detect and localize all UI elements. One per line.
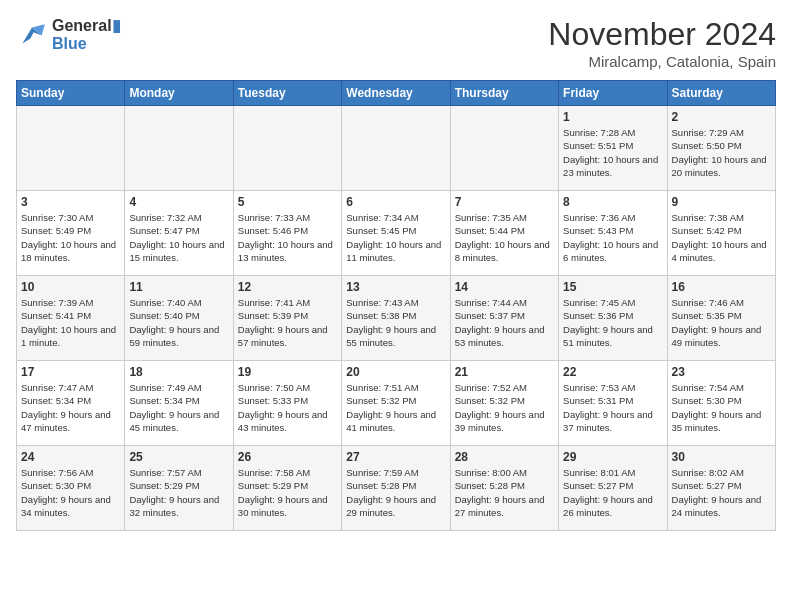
day-info: Sunrise: 7:54 AM Sunset: 5:30 PM Dayligh… bbox=[672, 381, 771, 434]
calendar-cell: 1Sunrise: 7:28 AM Sunset: 5:51 PM Daylig… bbox=[559, 106, 667, 191]
calendar-cell: 11Sunrise: 7:40 AM Sunset: 5:40 PM Dayli… bbox=[125, 276, 233, 361]
day-info: Sunrise: 7:53 AM Sunset: 5:31 PM Dayligh… bbox=[563, 381, 662, 434]
day-info: Sunrise: 7:39 AM Sunset: 5:41 PM Dayligh… bbox=[21, 296, 120, 349]
calendar-cell: 29Sunrise: 8:01 AM Sunset: 5:27 PM Dayli… bbox=[559, 446, 667, 531]
day-number: 15 bbox=[563, 280, 662, 294]
day-number: 13 bbox=[346, 280, 445, 294]
day-info: Sunrise: 7:32 AM Sunset: 5:47 PM Dayligh… bbox=[129, 211, 228, 264]
calendar-cell: 25Sunrise: 7:57 AM Sunset: 5:29 PM Dayli… bbox=[125, 446, 233, 531]
day-info: Sunrise: 7:57 AM Sunset: 5:29 PM Dayligh… bbox=[129, 466, 228, 519]
calendar-cell: 3Sunrise: 7:30 AM Sunset: 5:49 PM Daylig… bbox=[17, 191, 125, 276]
day-info: Sunrise: 7:35 AM Sunset: 5:44 PM Dayligh… bbox=[455, 211, 554, 264]
calendar-cell bbox=[450, 106, 558, 191]
calendar-cell bbox=[17, 106, 125, 191]
calendar-cell: 10Sunrise: 7:39 AM Sunset: 5:41 PM Dayli… bbox=[17, 276, 125, 361]
day-number: 28 bbox=[455, 450, 554, 464]
day-info: Sunrise: 7:29 AM Sunset: 5:50 PM Dayligh… bbox=[672, 126, 771, 179]
day-info: Sunrise: 8:00 AM Sunset: 5:28 PM Dayligh… bbox=[455, 466, 554, 519]
calendar-cell: 17Sunrise: 7:47 AM Sunset: 5:34 PM Dayli… bbox=[17, 361, 125, 446]
day-number: 21 bbox=[455, 365, 554, 379]
day-number: 8 bbox=[563, 195, 662, 209]
day-info: Sunrise: 8:01 AM Sunset: 5:27 PM Dayligh… bbox=[563, 466, 662, 519]
calendar-cell: 28Sunrise: 8:00 AM Sunset: 5:28 PM Dayli… bbox=[450, 446, 558, 531]
calendar-cell: 21Sunrise: 7:52 AM Sunset: 5:32 PM Dayli… bbox=[450, 361, 558, 446]
day-info: Sunrise: 7:40 AM Sunset: 5:40 PM Dayligh… bbox=[129, 296, 228, 349]
calendar-cell: 18Sunrise: 7:49 AM Sunset: 5:34 PM Dayli… bbox=[125, 361, 233, 446]
calendar-week-row: 17Sunrise: 7:47 AM Sunset: 5:34 PM Dayli… bbox=[17, 361, 776, 446]
day-info: Sunrise: 7:34 AM Sunset: 5:45 PM Dayligh… bbox=[346, 211, 445, 264]
day-info: Sunrise: 7:59 AM Sunset: 5:28 PM Dayligh… bbox=[346, 466, 445, 519]
logo-bird-icon bbox=[16, 21, 48, 49]
day-number: 20 bbox=[346, 365, 445, 379]
logo: General▮ Blue bbox=[16, 16, 121, 53]
weekday-header-monday: Monday bbox=[125, 81, 233, 106]
calendar-cell: 16Sunrise: 7:46 AM Sunset: 5:35 PM Dayli… bbox=[667, 276, 775, 361]
day-info: Sunrise: 7:56 AM Sunset: 5:30 PM Dayligh… bbox=[21, 466, 120, 519]
calendar-week-row: 10Sunrise: 7:39 AM Sunset: 5:41 PM Dayli… bbox=[17, 276, 776, 361]
day-info: Sunrise: 7:36 AM Sunset: 5:43 PM Dayligh… bbox=[563, 211, 662, 264]
location-subtitle: Miralcamp, Catalonia, Spain bbox=[548, 53, 776, 70]
day-number: 9 bbox=[672, 195, 771, 209]
day-info: Sunrise: 7:45 AM Sunset: 5:36 PM Dayligh… bbox=[563, 296, 662, 349]
logo-text: General▮ Blue bbox=[52, 16, 121, 53]
weekday-header-wednesday: Wednesday bbox=[342, 81, 450, 106]
day-number: 5 bbox=[238, 195, 337, 209]
calendar-cell: 24Sunrise: 7:56 AM Sunset: 5:30 PM Dayli… bbox=[17, 446, 125, 531]
day-info: Sunrise: 7:52 AM Sunset: 5:32 PM Dayligh… bbox=[455, 381, 554, 434]
day-info: Sunrise: 7:43 AM Sunset: 5:38 PM Dayligh… bbox=[346, 296, 445, 349]
day-info: Sunrise: 7:49 AM Sunset: 5:34 PM Dayligh… bbox=[129, 381, 228, 434]
calendar-cell: 22Sunrise: 7:53 AM Sunset: 5:31 PM Dayli… bbox=[559, 361, 667, 446]
day-number: 11 bbox=[129, 280, 228, 294]
month-title: November 2024 bbox=[548, 16, 776, 53]
day-number: 3 bbox=[21, 195, 120, 209]
day-number: 6 bbox=[346, 195, 445, 209]
day-info: Sunrise: 7:46 AM Sunset: 5:35 PM Dayligh… bbox=[672, 296, 771, 349]
calendar-cell: 15Sunrise: 7:45 AM Sunset: 5:36 PM Dayli… bbox=[559, 276, 667, 361]
weekday-header-tuesday: Tuesday bbox=[233, 81, 341, 106]
day-info: Sunrise: 7:30 AM Sunset: 5:49 PM Dayligh… bbox=[21, 211, 120, 264]
calendar-cell: 19Sunrise: 7:50 AM Sunset: 5:33 PM Dayli… bbox=[233, 361, 341, 446]
day-info: Sunrise: 8:02 AM Sunset: 5:27 PM Dayligh… bbox=[672, 466, 771, 519]
calendar-cell: 8Sunrise: 7:36 AM Sunset: 5:43 PM Daylig… bbox=[559, 191, 667, 276]
weekday-header-thursday: Thursday bbox=[450, 81, 558, 106]
day-number: 17 bbox=[21, 365, 120, 379]
calendar-week-row: 3Sunrise: 7:30 AM Sunset: 5:49 PM Daylig… bbox=[17, 191, 776, 276]
weekday-header-saturday: Saturday bbox=[667, 81, 775, 106]
day-number: 24 bbox=[21, 450, 120, 464]
day-number: 29 bbox=[563, 450, 662, 464]
day-number: 4 bbox=[129, 195, 228, 209]
day-info: Sunrise: 7:38 AM Sunset: 5:42 PM Dayligh… bbox=[672, 211, 771, 264]
day-info: Sunrise: 7:44 AM Sunset: 5:37 PM Dayligh… bbox=[455, 296, 554, 349]
calendar-cell: 2Sunrise: 7:29 AM Sunset: 5:50 PM Daylig… bbox=[667, 106, 775, 191]
day-number: 14 bbox=[455, 280, 554, 294]
calendar-cell: 6Sunrise: 7:34 AM Sunset: 5:45 PM Daylig… bbox=[342, 191, 450, 276]
day-info: Sunrise: 7:28 AM Sunset: 5:51 PM Dayligh… bbox=[563, 126, 662, 179]
calendar-cell: 26Sunrise: 7:58 AM Sunset: 5:29 PM Dayli… bbox=[233, 446, 341, 531]
day-info: Sunrise: 7:41 AM Sunset: 5:39 PM Dayligh… bbox=[238, 296, 337, 349]
calendar-cell: 5Sunrise: 7:33 AM Sunset: 5:46 PM Daylig… bbox=[233, 191, 341, 276]
calendar-cell bbox=[233, 106, 341, 191]
calendar-cell: 12Sunrise: 7:41 AM Sunset: 5:39 PM Dayli… bbox=[233, 276, 341, 361]
day-number: 27 bbox=[346, 450, 445, 464]
calendar-week-row: 24Sunrise: 7:56 AM Sunset: 5:30 PM Dayli… bbox=[17, 446, 776, 531]
day-info: Sunrise: 7:47 AM Sunset: 5:34 PM Dayligh… bbox=[21, 381, 120, 434]
calendar-cell: 20Sunrise: 7:51 AM Sunset: 5:32 PM Dayli… bbox=[342, 361, 450, 446]
day-info: Sunrise: 7:58 AM Sunset: 5:29 PM Dayligh… bbox=[238, 466, 337, 519]
day-number: 7 bbox=[455, 195, 554, 209]
weekday-header-row: SundayMondayTuesdayWednesdayThursdayFrid… bbox=[17, 81, 776, 106]
calendar-cell: 14Sunrise: 7:44 AM Sunset: 5:37 PM Dayli… bbox=[450, 276, 558, 361]
day-number: 22 bbox=[563, 365, 662, 379]
calendar-cell: 23Sunrise: 7:54 AM Sunset: 5:30 PM Dayli… bbox=[667, 361, 775, 446]
weekday-header-friday: Friday bbox=[559, 81, 667, 106]
calendar-cell: 9Sunrise: 7:38 AM Sunset: 5:42 PM Daylig… bbox=[667, 191, 775, 276]
day-number: 2 bbox=[672, 110, 771, 124]
calendar-cell: 30Sunrise: 8:02 AM Sunset: 5:27 PM Dayli… bbox=[667, 446, 775, 531]
page-header: General▮ Blue November 2024 Miralcamp, C… bbox=[16, 16, 776, 70]
day-number: 10 bbox=[21, 280, 120, 294]
weekday-header-sunday: Sunday bbox=[17, 81, 125, 106]
day-info: Sunrise: 7:33 AM Sunset: 5:46 PM Dayligh… bbox=[238, 211, 337, 264]
calendar-week-row: 1Sunrise: 7:28 AM Sunset: 5:51 PM Daylig… bbox=[17, 106, 776, 191]
calendar-cell: 13Sunrise: 7:43 AM Sunset: 5:38 PM Dayli… bbox=[342, 276, 450, 361]
day-number: 12 bbox=[238, 280, 337, 294]
calendar-cell bbox=[342, 106, 450, 191]
